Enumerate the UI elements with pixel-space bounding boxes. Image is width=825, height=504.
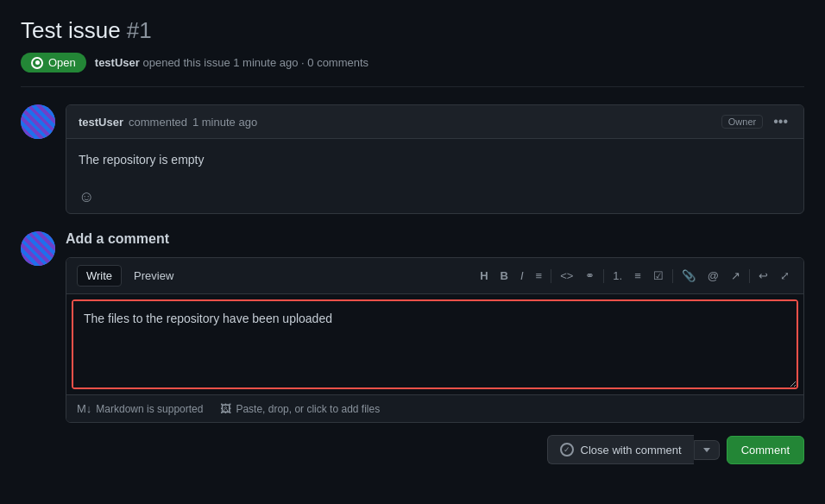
- status-text: Open: [48, 56, 76, 69]
- comment-textarea[interactable]: The files to the repository have been up…: [73, 301, 797, 387]
- comment-header-left: testUser commented 1 minute ago: [79, 116, 257, 129]
- preview-tab[interactable]: Preview: [125, 265, 182, 287]
- meta-author-link[interactable]: testUser: [95, 56, 140, 69]
- add-comment-section: Add a comment Write Preview H B I ≡ <> ⚭…: [21, 231, 804, 464]
- markdown-label: Markdown is supported: [96, 403, 203, 415]
- comment-submit-button[interactable]: Comment: [727, 436, 804, 464]
- issue-meta: Open testUser opened this issue 1 minute…: [21, 53, 804, 87]
- close-with-comment-dropdown-button[interactable]: [694, 440, 720, 460]
- comment-text: The repository is empty: [79, 151, 791, 169]
- toolbar-divider-4: [749, 269, 750, 283]
- commenter-username: testUser: [79, 116, 123, 129]
- comment-thread: testUser commented 1 minute ago Owner ••…: [21, 104, 804, 214]
- comment-footer: ☺: [66, 181, 803, 213]
- editor-box: Write Preview H B I ≡ <> ⚭ 1. ≡ ☑ 📎: [66, 257, 804, 423]
- open-badge: Open: [21, 53, 86, 72]
- toolbar-mention-btn[interactable]: @: [704, 268, 722, 284]
- markdown-support-info: M↓ Markdown is supported: [77, 402, 203, 415]
- upload-info[interactable]: 🖼 Paste, drop, or click to add files: [220, 402, 380, 415]
- write-tab[interactable]: Write: [77, 265, 122, 287]
- toolbar-divider-2: [603, 269, 604, 283]
- chevron-down-icon: [703, 448, 710, 452]
- editor-info-bar: M↓ Markdown is supported 🖼 Paste, drop, …: [66, 394, 803, 422]
- avatar-pattern: [21, 104, 55, 139]
- open-icon: [31, 57, 43, 69]
- toolbar-fullscreen-btn[interactable]: ⤢: [777, 268, 793, 284]
- toolbar-quote-btn[interactable]: ≡: [532, 268, 546, 284]
- upload-icon: 🖼: [220, 402, 231, 415]
- toolbar-bold-btn[interactable]: B: [497, 268, 512, 284]
- toolbar-link-btn[interactable]: ⚭: [582, 268, 598, 284]
- meta-comments: 0 comments: [307, 56, 368, 69]
- toolbar-attach-btn[interactable]: 📎: [678, 268, 699, 284]
- avatar: [21, 104, 55, 139]
- close-with-comment-label: Close with comment: [581, 444, 682, 457]
- toolbar-ol-btn[interactable]: 1.: [609, 268, 626, 284]
- meta-time: 1 minute ago: [233, 56, 298, 69]
- comment-header: testUser commented 1 minute ago Owner ••…: [66, 105, 803, 139]
- comment-action: commented: [129, 116, 187, 129]
- upload-label: Paste, drop, or click to add files: [236, 403, 380, 415]
- toolbar-italic-btn[interactable]: I: [517, 268, 527, 284]
- editor-tabs: Write Preview H B I ≡ <> ⚭ 1. ≡ ☑ 📎: [66, 258, 803, 294]
- action-bar: ✓ Close with comment Comment: [66, 435, 804, 464]
- toolbar-code-btn[interactable]: <>: [557, 268, 576, 284]
- toolbar-divider-1: [551, 269, 551, 283]
- page-title: Test issue #1: [21, 17, 804, 44]
- toolbar-divider-3: [672, 269, 673, 283]
- close-with-comment-button[interactable]: ✓ Close with comment: [547, 435, 694, 464]
- commenter-avatar-pattern: [21, 231, 55, 266]
- editor-tab-group: Write Preview: [77, 265, 182, 287]
- close-circle-icon: ✓: [560, 443, 574, 457]
- emoji-reaction-button[interactable]: ☺: [79, 188, 94, 206]
- toolbar-undo-btn[interactable]: ↩: [755, 268, 771, 284]
- owner-badge: Owner: [721, 115, 763, 129]
- add-comment-title: Add a comment: [66, 231, 804, 247]
- more-options-button[interactable]: •••: [770, 112, 791, 131]
- comment-box: testUser commented 1 minute ago Owner ••…: [66, 104, 804, 214]
- comment-body: The repository is empty: [66, 139, 803, 181]
- editor-toolbar: H B I ≡ <> ⚭ 1. ≡ ☑ 📎 @ ↗ ↩: [476, 268, 793, 284]
- comment-header-right: Owner •••: [721, 112, 791, 131]
- toolbar-task-btn[interactable]: ☑: [650, 268, 667, 284]
- issue-title-text: Test issue: [21, 17, 121, 43]
- issue-number: #1: [127, 17, 152, 43]
- commenter-avatar: [21, 231, 55, 266]
- issue-meta-text: testUser opened this issue 1 minute ago …: [95, 56, 368, 69]
- toolbar-heading-btn[interactable]: H: [476, 268, 491, 284]
- toolbar-ref-btn[interactable]: ↗: [727, 268, 744, 284]
- textarea-wrapper: The files to the repository have been up…: [72, 299, 798, 389]
- markdown-icon: M↓: [77, 402, 91, 415]
- comment-time: 1 minute ago: [192, 116, 257, 129]
- add-comment-form: Add a comment Write Preview H B I ≡ <> ⚭…: [66, 231, 804, 464]
- toolbar-ul-btn[interactable]: ≡: [631, 268, 645, 284]
